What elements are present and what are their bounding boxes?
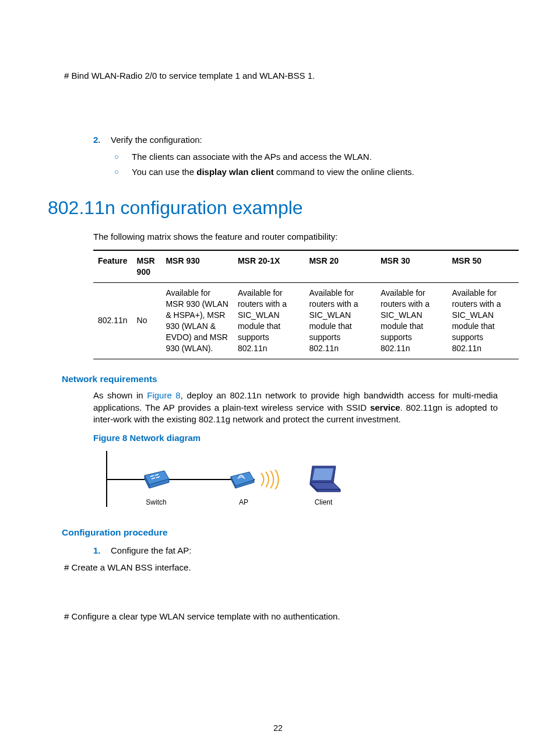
bullet-1: ○ The clients can associate with the APs… (114, 151, 498, 163)
svg-marker-7 (312, 468, 333, 480)
matrix-intro: The following matrix shows the feature a… (93, 231, 498, 243)
td: Available for routers with a SIC_WLAN mo… (304, 283, 376, 359)
bullet-text: You can use the display wlan client comm… (132, 166, 414, 178)
text: You can use the (132, 167, 196, 177)
th: MSR 50 (447, 250, 519, 282)
svg-marker-10 (317, 489, 340, 492)
th: MSR 20-1X (233, 250, 305, 282)
bullet-2: ○ You can use the display wlan client co… (114, 166, 498, 178)
service-template-note: # Configure a clear type WLAN service te… (64, 611, 498, 622)
bullet-icon: ○ (114, 166, 132, 178)
bullet-icon: ○ (114, 151, 132, 163)
step-text: Configure the fat AP: (111, 545, 191, 556)
step-2: 2. Verify the configuration: (93, 134, 498, 146)
step-text: Verify the configuration: (111, 134, 202, 146)
wifi-waves-icon (259, 470, 287, 489)
table-row: 802.11n No Available for MSR 930 (WLAN &… (93, 283, 519, 359)
switch-icon (142, 470, 170, 489)
td: No (132, 283, 161, 359)
th: MSR 20 (304, 250, 376, 282)
text: command to view the online clients. (274, 167, 414, 177)
client-label: Client (309, 498, 338, 507)
th: MSR 30 (376, 250, 448, 282)
create-bss-note: # Create a WLAN BSS interface. (64, 562, 498, 573)
text: As shown in (93, 390, 147, 400)
command-name: display wlan client (196, 167, 274, 177)
td: Available for MSR 930 (WLAN & HSPA+), MS… (161, 283, 233, 359)
td: Available for routers with a SIC_WLAN mo… (233, 283, 305, 359)
th: Feature (93, 250, 132, 282)
step-num: 2. (93, 134, 111, 146)
th: MSR 930 (161, 250, 233, 282)
table-header-row: Feature MSR 900 MSR 930 MSR 20-1X MSR 20… (93, 250, 519, 282)
figure-link[interactable]: Figure 8 (147, 390, 180, 400)
ssid-name: service (370, 402, 400, 412)
compatibility-table: Feature MSR 900 MSR 930 MSR 20-1X MSR 20… (93, 250, 519, 359)
section-heading: 802.11n configuration example (48, 195, 498, 220)
td: Available for routers with a SIC_WLAN mo… (376, 283, 448, 359)
th: MSR 900 (132, 250, 161, 282)
figure-caption: Figure 8 Network diagram (93, 432, 498, 444)
network-requirements-text: As shown in Figure 8, deploy an 802.11n … (93, 390, 498, 425)
network-diagram: Switch AP Client (100, 449, 351, 513)
laptop-icon (302, 464, 342, 493)
page-number: 22 (0, 723, 556, 733)
step-num: 1. (93, 545, 111, 556)
step-1: 1. Configure the fat AP: (93, 545, 498, 556)
bullet-text: The clients can associate with the APs a… (132, 151, 372, 163)
ap-label: AP (232, 498, 255, 507)
td: 802.11n (93, 283, 132, 359)
ap-icon (230, 470, 255, 489)
bind-note: # Bind WLAN-Radio 2/0 to service templat… (64, 70, 498, 82)
network-requirements-heading: Network requirements (62, 373, 498, 386)
td: Available for routers with a SIC_WLAN mo… (447, 283, 519, 359)
config-procedure-heading: Configuration procedure (62, 527, 498, 539)
switch-label: Switch (139, 498, 174, 507)
